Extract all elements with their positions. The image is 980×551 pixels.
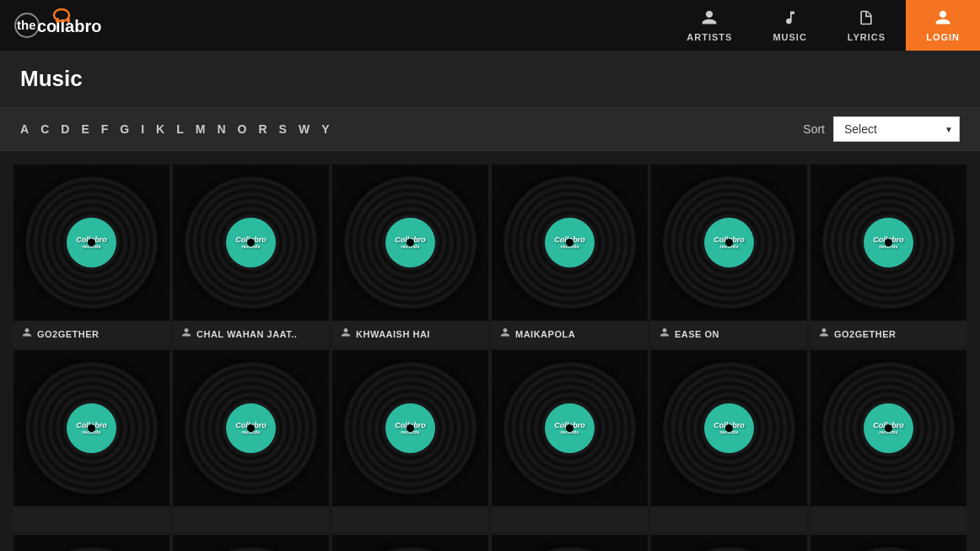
vinyl-record: Collabro records bbox=[344, 547, 477, 551]
sort-select[interactable]: Select A-Z Z-A Newest Oldest bbox=[833, 116, 960, 142]
vinyl-record: Collabro records bbox=[822, 547, 955, 551]
vinyl-container: Collabro records bbox=[332, 350, 488, 506]
vinyl-container: Collabro records bbox=[810, 350, 967, 506]
vinyl-container: Collabro records bbox=[651, 350, 807, 506]
card-user-icon bbox=[500, 327, 510, 340]
card-info bbox=[13, 506, 170, 532]
sort-label: Sort bbox=[803, 122, 825, 136]
music-card[interactable]: Collabro records SIMPLE MUSIC bbox=[13, 535, 170, 551]
logo[interactable]: the co llabro bbox=[13, 7, 123, 44]
vinyl-container: Collabro records bbox=[173, 165, 329, 321]
card-title: GO2GETHER bbox=[37, 329, 100, 339]
music-card[interactable]: Collabro records bbox=[810, 350, 967, 532]
vinyl-container: Collabro records bbox=[810, 535, 967, 551]
vinyl-container: Collabro records bbox=[13, 350, 170, 506]
vinyl-container: Collabro records bbox=[651, 165, 807, 321]
music-card[interactable]: Collabro records CHAL WAHAN JAAT.. bbox=[173, 165, 329, 347]
vinyl-container: Collabro records bbox=[13, 535, 170, 551]
music-card[interactable]: Collabro records CHILL THE F OUT bbox=[810, 535, 967, 551]
music-card[interactable]: Collabro records GO2GETHER bbox=[810, 165, 967, 347]
vinyl-container: Collabro records bbox=[651, 535, 807, 551]
vinyl-record: Collabro records bbox=[503, 547, 636, 551]
vinyl-record: Collabro records bbox=[185, 176, 317, 309]
alpha-N[interactable]: N bbox=[217, 122, 225, 136]
music-card[interactable]: Collabro records bbox=[173, 350, 329, 532]
alpha-G[interactable]: G bbox=[120, 122, 129, 136]
artists-icon bbox=[701, 9, 718, 29]
card-user-icon bbox=[181, 327, 191, 340]
card-info bbox=[492, 506, 648, 532]
card-info: KHWAAISH HAI bbox=[332, 321, 488, 347]
alpha-C[interactable]: C bbox=[40, 122, 49, 136]
alpha-O[interactable]: O bbox=[238, 122, 247, 136]
card-user-icon bbox=[660, 327, 670, 340]
alpha-I[interactable]: I bbox=[141, 122, 144, 136]
vinyl-container: Collabro records bbox=[492, 165, 648, 321]
card-title: MAIKAPOLA bbox=[515, 329, 575, 339]
vinyl-record: Collabro records bbox=[185, 547, 317, 551]
nav-login-label: LOGIN bbox=[926, 32, 960, 42]
vinyl-record: Collabro records bbox=[822, 176, 955, 309]
alpha-K[interactable]: K bbox=[156, 122, 164, 136]
vinyl-record: Collabro records bbox=[25, 547, 158, 551]
alpha-E[interactable]: E bbox=[81, 122, 89, 136]
music-card[interactable]: Collabro records bbox=[651, 350, 807, 532]
svg-text:llabro: llabro bbox=[56, 17, 101, 35]
vinyl-record: Collabro records bbox=[822, 362, 955, 494]
music-card[interactable]: Collabro records EASE ON bbox=[651, 165, 807, 347]
alpha-S[interactable]: S bbox=[279, 122, 287, 136]
alpha-filter: A C D E F G I K L M N O R S W Y bbox=[20, 122, 329, 136]
alpha-D[interactable]: D bbox=[61, 122, 69, 136]
svg-rect-6 bbox=[67, 18, 70, 23]
music-card[interactable]: Collabro records DO YOU LOVE ME bbox=[651, 535, 807, 551]
lyrics-icon bbox=[858, 9, 875, 29]
alpha-A[interactable]: A bbox=[20, 122, 29, 136]
music-card[interactable]: Collabro records DUBTED bbox=[492, 535, 648, 551]
card-info: GO2GETHER bbox=[810, 321, 967, 347]
nav-music-label: MUSIC bbox=[773, 32, 806, 42]
card-info bbox=[651, 506, 807, 532]
vinyl-record: Collabro records bbox=[663, 176, 795, 309]
nav-lyrics[interactable]: LYRICS bbox=[827, 0, 906, 51]
music-card[interactable]: Collabro records bbox=[13, 350, 170, 532]
nav-music[interactable]: MUSIC bbox=[752, 0, 827, 51]
nav-artists-label: ARTISTS bbox=[687, 32, 732, 42]
alpha-R[interactable]: R bbox=[258, 122, 267, 136]
vinyl-container: Collabro records bbox=[13, 165, 170, 321]
svg-text:co: co bbox=[37, 17, 57, 35]
music-card[interactable]: Collabro records bbox=[492, 350, 648, 532]
vinyl-record: Collabro records bbox=[344, 362, 477, 494]
nav-login[interactable]: LOGIN bbox=[906, 0, 980, 51]
svg-text:the: the bbox=[17, 18, 36, 32]
vinyl-record: Collabro records bbox=[25, 176, 158, 309]
vinyl-record: Collabro records bbox=[663, 362, 795, 494]
card-info bbox=[810, 506, 967, 532]
vinyl-container: Collabro records bbox=[810, 165, 967, 321]
alpha-W[interactable]: W bbox=[299, 122, 310, 136]
nav-artists[interactable]: ARTISTS bbox=[666, 0, 752, 51]
alpha-M[interactable]: M bbox=[196, 122, 206, 136]
vinyl-container: Collabro records bbox=[332, 165, 488, 321]
card-title: EASE ON bbox=[675, 329, 719, 339]
music-grid: Collabro records GO2GETHER Collabro rec bbox=[0, 151, 980, 551]
card-info: MAIKAPOLA bbox=[492, 321, 648, 347]
page-title-bar: Music bbox=[0, 51, 980, 108]
vinyl-record: Collabro records bbox=[25, 362, 158, 494]
music-card[interactable]: Collabro records bbox=[332, 350, 488, 532]
card-user-icon bbox=[341, 327, 351, 340]
music-card[interactable]: Collabro records LOVE bbox=[173, 535, 329, 551]
vinyl-record: Collabro records bbox=[344, 176, 477, 309]
vinyl-container: Collabro records bbox=[173, 350, 329, 506]
music-card[interactable]: Collabro records GO2GETHER bbox=[13, 165, 170, 347]
music-card[interactable]: Collabro records MAIKAPOLA bbox=[492, 165, 648, 347]
alpha-L[interactable]: L bbox=[176, 122, 184, 136]
card-info: GO2GETHER bbox=[13, 321, 170, 347]
card-info bbox=[173, 506, 329, 532]
vinyl-container: Collabro records bbox=[492, 535, 648, 551]
card-user-icon bbox=[819, 327, 829, 340]
music-card[interactable]: Collabro records INSTRUMENTAL bbox=[332, 535, 488, 551]
music-card[interactable]: Collabro records KHWAAISH HAI bbox=[332, 165, 488, 347]
alpha-Y[interactable]: Y bbox=[321, 122, 329, 136]
alpha-F[interactable]: F bbox=[101, 122, 109, 136]
nav-lyrics-label: LYRICS bbox=[848, 32, 886, 42]
